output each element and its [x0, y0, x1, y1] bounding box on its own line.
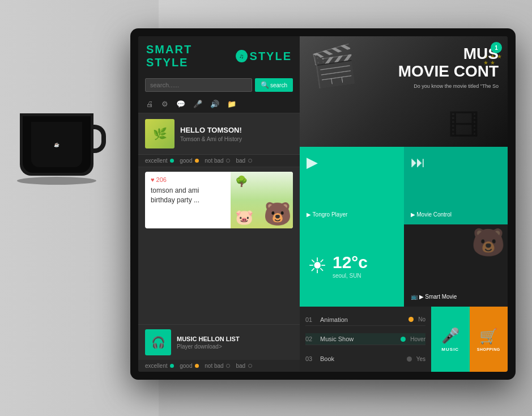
blog-card: ♥ 206 tomson and ami birthday party ... … [145, 172, 293, 228]
rating-excellent: excellent [145, 158, 174, 164]
music-info: HELLO TOMSON! Tomson & Ami of History [180, 126, 242, 142]
playlist-status-3: Yes [416, 356, 425, 362]
logo-icon: ♫ [236, 50, 248, 62]
dot-bad [248, 159, 252, 163]
search-icon: 🔍 [261, 81, 269, 89]
music-list-info: MUSIC HELLON LIST Player download> [177, 336, 240, 350]
dot-not-bad [226, 159, 230, 163]
pig-icon: 🐷 [235, 209, 253, 226]
nav-folder-icon[interactable]: 📁 [227, 100, 236, 108]
tile-grid: ▶ ▶ Tongro Player ⏭ ▶ Movie Control ☀ 12… [300, 147, 508, 307]
status-dot-2 [401, 337, 406, 342]
movie-control-label: ▶ Movie Control [411, 211, 501, 218]
weather-city: seoul, SUN [333, 273, 368, 279]
playlist-name-2: Music Show [320, 336, 396, 342]
tile-tongro[interactable]: ▶ ▶ Tongro Player [300, 147, 404, 224]
weather-temp: 12°c [333, 253, 368, 272]
playlist-name-1: Animation [320, 316, 404, 323]
tongro-label: ▶ Tongro Player [307, 211, 397, 218]
tile-movie-control[interactable]: ⏭ ▶ Movie Control [404, 147, 508, 224]
heart-icon: ♥ [151, 176, 155, 183]
tile-shopping[interactable]: 🛒 SHOPPING [470, 307, 508, 372]
sun-icon: ☀ [308, 253, 327, 278]
bear-icon: 🐻 [263, 201, 292, 227]
nav-record-icon[interactable]: ⚙ [161, 100, 168, 108]
music-list-subtitle: Player download> [177, 343, 240, 350]
hero-title: MUS MOVIE CONT [398, 45, 499, 80]
film-reel-icon: 🎞 [448, 108, 479, 144]
blog-title: tomson and ami birthday party ... [151, 186, 225, 205]
dot-excellent [170, 159, 174, 163]
logo-text: SMART STYLE [146, 43, 233, 69]
blog-content: ♥ 206 tomson and ami birthday party ... [145, 172, 231, 228]
shopping-action-icon: 🛒 [479, 328, 497, 345]
logo-text-style: STYLE [250, 50, 292, 63]
tongro-icon: ▶ [307, 154, 397, 171]
device-frame: SMART STYLE ♫ STYLE 🔍 search 🖨 ⚙ 💬 [130, 28, 516, 380]
left-panel: SMART STYLE ♫ STYLE 🔍 search 🖨 ⚙ 💬 [138, 36, 300, 372]
music-thumb: 🌿 [145, 119, 175, 148]
right-panel: 🎬 🎞 ★ ★ ★★ ★ MUS MOVIE CONT Do you know … [300, 36, 508, 372]
action-tiles: 🎤 MUSIC 🛒 SHOPPING [431, 307, 508, 372]
rating2-good: good [180, 363, 199, 369]
tree-icon: 🌳 [235, 175, 248, 188]
hero-badge: 1 [491, 42, 502, 53]
playlist-num-2: 02 [305, 336, 316, 342]
rating-row-1: excellent good not bad bad [138, 155, 300, 167]
screen: SMART STYLE ♫ STYLE 🔍 search 🖨 ⚙ 💬 [138, 36, 508, 372]
tile-weather[interactable]: ☀ 12°c seoul, SUN [300, 224, 404, 307]
rating-row-2: excellent good not bad bad [138, 360, 300, 372]
rating-bad: bad [236, 158, 252, 164]
nav-icons: 🖨 ⚙ 💬 🎤 🔊 📁 [138, 97, 300, 113]
playlist-num-3: 03 [305, 355, 316, 362]
search-bar: 🔍 search [138, 74, 300, 97]
playlist-row-3: 03 Book Yes [305, 353, 425, 364]
status-dot-1 [408, 317, 414, 322]
music-subtitle: Tomson & Ami of History [180, 136, 242, 142]
hero-subtitle: Do you know the movie titled "The So [398, 83, 499, 89]
music-action-label: MUSIC [441, 347, 459, 352]
music-title: HELLO TOMSON! [180, 126, 242, 134]
rating2-not-bad: not bad [205, 363, 230, 369]
tile-music[interactable]: 🎤 MUSIC [431, 307, 470, 372]
playlist-status-1: No [418, 316, 425, 322]
movie-control-icon: ⏭ [411, 154, 501, 171]
nav-speaker-icon[interactable]: 🔊 [210, 100, 219, 108]
search-input[interactable] [145, 78, 252, 92]
tile-smart-movie[interactable]: 🐻 📺 ▶ Smart Movie [404, 224, 508, 307]
music-list-card: 🎧 MUSIC HELLON LIST Player download> [138, 324, 300, 360]
hero-text: MUS MOVIE CONT Do you know the movie tit… [398, 45, 499, 89]
search-button[interactable]: 🔍 search [255, 78, 293, 92]
rating-not-bad: not bad [205, 158, 230, 164]
nav-print-icon[interactable]: 🖨 [146, 100, 154, 108]
blog-image: 🐻 🐷 🌳 [231, 172, 293, 228]
rating2-excellent: excellent [145, 363, 174, 369]
music-action-icon: 🎤 [441, 327, 459, 345]
rating2-bad: bad [236, 363, 252, 369]
hero-banner: 🎬 🎞 ★ ★ ★★ ★ MUS MOVIE CONT Do you know … [300, 36, 508, 147]
tv-icon: 📺 [411, 294, 418, 300]
playlist-name-3: Book [320, 355, 402, 362]
playlist-table: 01 Animation No 02 Music Show Hover [300, 307, 431, 372]
rating-good: good [180, 158, 199, 164]
bottom-row: 01 Animation No 02 Music Show Hover [300, 307, 508, 372]
playlist-row-2: 02 Music Show Hover [305, 333, 425, 345]
smart-bear-icon: 🐻 [471, 227, 505, 258]
music-list-title: MUSIC HELLON LIST [177, 336, 240, 342]
nav-mic-icon[interactable]: 🎤 [193, 100, 202, 108]
dot-good [195, 159, 199, 163]
logo-bar: SMART STYLE ♫ STYLE [138, 36, 300, 74]
blog-likes: ♥ 206 [151, 176, 225, 183]
coffee-cup: ☕ [17, 113, 96, 187]
headphone-thumb: 🎧 [145, 329, 171, 355]
smart-movie-label: 📺 ▶ Smart Movie [411, 294, 501, 300]
shopping-action-label: SHOPPING [477, 347, 500, 351]
playlist-num-1: 01 [305, 316, 316, 323]
weather-info: 12°c seoul, SUN [333, 253, 368, 279]
playlist-status-2: Hover [410, 336, 425, 342]
clapperboard-icon: 🎬 [308, 42, 360, 91]
status-dot-3 [407, 356, 412, 362]
nav-chat-icon[interactable]: 💬 [176, 100, 185, 108]
playlist-row-1: 01 Animation No [305, 314, 425, 326]
music-card: 🌿 HELLO TOMSON! Tomson & Ami of History [138, 113, 300, 155]
